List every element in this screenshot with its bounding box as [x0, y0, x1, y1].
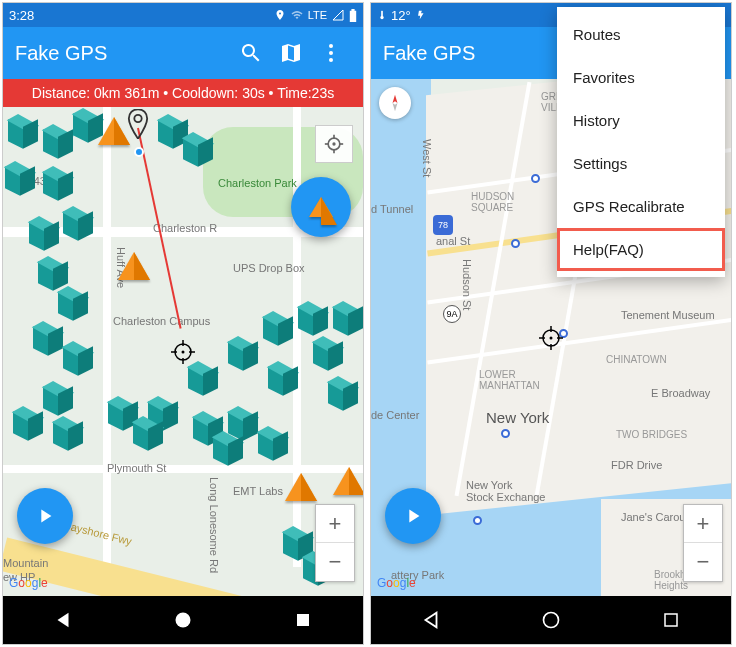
metro-station-icon: [559, 329, 568, 338]
signal-icon: [331, 9, 345, 21]
zoom-in-button[interactable]: +: [316, 505, 354, 543]
play-fab[interactable]: [385, 488, 441, 544]
battery-icon: [349, 9, 357, 22]
google-logo: Google: [377, 576, 416, 590]
clock: 3:28: [9, 8, 34, 23]
map-label: Tenement Museum: [621, 309, 715, 321]
map-label: E Broadway: [651, 387, 710, 399]
app-bar: Fake GPS: [3, 27, 363, 79]
nav-back-button[interactable]: [401, 600, 461, 640]
app-title: Fake GPS: [15, 42, 231, 65]
pyramid-marker: [285, 473, 317, 501]
my-location-button[interactable]: [315, 125, 353, 163]
map-mode-button[interactable]: [271, 33, 311, 73]
map-label: Bayshore Fwy: [63, 519, 134, 548]
triangle-back-icon: [420, 609, 442, 631]
circle-home-icon: [173, 610, 193, 630]
svg-point-26: [544, 613, 559, 628]
map-label: Charleston Campus: [113, 315, 210, 327]
android-nav-bar: [3, 596, 363, 644]
map-label: Mountain: [3, 557, 48, 569]
play-icon: [402, 505, 424, 527]
map-view[interactable]: ilding 43 Charleston Park Charleston R H…: [3, 107, 363, 596]
svg-point-2: [329, 58, 333, 62]
wifi-icon: [290, 9, 304, 21]
map-label: Hudson St: [461, 259, 473, 310]
square-recent-icon: [294, 611, 312, 629]
zoom-controls: + −: [315, 504, 355, 582]
route-shield: 78: [433, 215, 453, 235]
svg-point-0: [329, 44, 333, 48]
distance-banner: Distance: 0km 361m • Cooldown: 30s • Tim…: [3, 79, 363, 107]
map-label: Plymouth St: [107, 462, 166, 474]
crosshair-icon: [171, 340, 195, 364]
nav-home-button[interactable]: [521, 600, 581, 640]
menu-item-help[interactable]: Help(FAQ): [557, 228, 725, 271]
compass-button[interactable]: [379, 87, 411, 119]
pyramid-marker: [98, 117, 130, 145]
thermo-icon: [377, 10, 387, 20]
pyramid-marker: [333, 467, 363, 495]
orange-marker-fab[interactable]: [291, 177, 351, 237]
svg-point-16: [176, 613, 191, 628]
svg-point-3: [134, 115, 141, 122]
menu-item-recalibrate[interactable]: GPS Recalibrate: [557, 185, 725, 228]
map-label: anal St: [436, 235, 470, 247]
zoom-out-button[interactable]: −: [684, 543, 722, 581]
metro-station-icon: [511, 239, 520, 248]
pyramid-marker: [118, 252, 150, 280]
nav-home-button[interactable]: [153, 600, 213, 640]
nav-recent-button[interactable]: [641, 600, 701, 640]
map-label: CHINATOWN: [606, 354, 667, 365]
menu-item-favorites[interactable]: Favorites: [557, 56, 725, 99]
route-shield: 9A: [443, 305, 461, 323]
status-bar: 3:28 LTE: [3, 3, 363, 27]
play-fab[interactable]: [17, 488, 73, 544]
map-label: West St: [421, 139, 433, 177]
search-icon: [239, 41, 263, 65]
nav-back-button[interactable]: [33, 600, 93, 640]
map-label: FDR Drive: [611, 459, 662, 471]
more-vert-icon: [319, 41, 343, 65]
menu-item-routes[interactable]: Routes: [557, 13, 725, 56]
google-logo: Google: [9, 576, 48, 590]
square-recent-icon: [662, 611, 680, 629]
metro-station-icon: [531, 174, 540, 183]
map-label: Long Lonesome Rd: [208, 477, 220, 573]
svg-rect-19: [381, 11, 383, 17]
map-label: d Tunnel: [371, 203, 413, 215]
location-icon: [274, 9, 286, 21]
phone-left: 3:28 LTE Fake GPS Distance: 0km 361m • C…: [2, 2, 364, 645]
zoom-out-button[interactable]: −: [316, 543, 354, 581]
bolt-icon: [415, 10, 427, 20]
phone-right: 12° 09:18 Fake GPS 78 9A 278 GREEN: [370, 2, 732, 645]
menu-item-settings[interactable]: Settings: [557, 142, 725, 185]
map-label: Charleston R: [153, 222, 217, 234]
temperature: 12°: [391, 8, 411, 23]
network-label: LTE: [308, 9, 327, 21]
svg-rect-27: [665, 614, 677, 626]
my-location-icon: [324, 134, 344, 154]
compass-icon: [385, 93, 405, 113]
map-label-city: New York: [486, 409, 549, 426]
gps-pin-icon: [127, 109, 149, 139]
metro-station-icon: [473, 516, 482, 525]
triangle-back-icon: [52, 609, 74, 631]
overflow-button[interactable]: [311, 33, 351, 73]
metro-station-icon: [501, 429, 510, 438]
menu-item-history[interactable]: History: [557, 99, 725, 142]
nav-recent-button[interactable]: [273, 600, 333, 640]
map-label: HUDSON SQUARE: [471, 191, 514, 213]
overflow-menu: Routes Favorites History Settings GPS Re…: [557, 7, 725, 277]
search-button[interactable]: [231, 33, 271, 73]
svg-point-4: [175, 344, 191, 360]
svg-rect-17: [297, 614, 309, 626]
map-label: New York Stock Exchange: [466, 479, 546, 503]
map-label: Charleston Park: [218, 177, 297, 189]
map-label: de Center: [371, 409, 419, 421]
circle-home-icon: [541, 610, 561, 630]
zoom-in-button[interactable]: +: [684, 505, 722, 543]
map-icon: [279, 41, 303, 65]
svg-point-1: [329, 51, 333, 55]
play-icon: [34, 505, 56, 527]
